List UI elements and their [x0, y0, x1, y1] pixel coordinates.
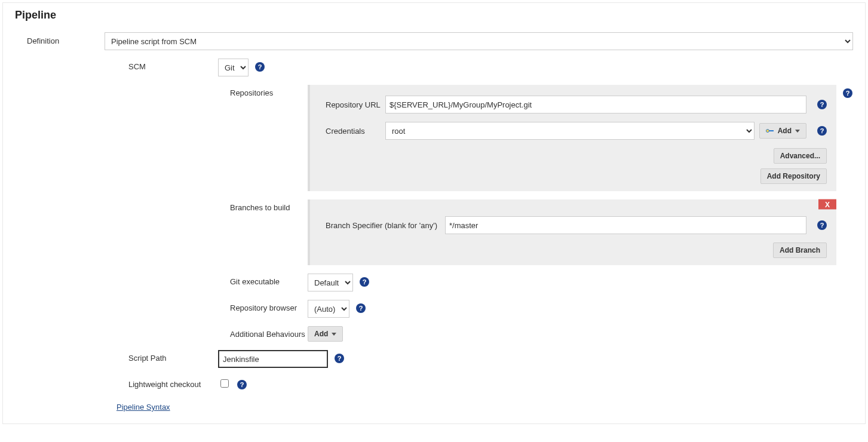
section-title: Pipeline	[15, 9, 853, 22]
branches-label: Branches to build	[218, 199, 308, 212]
chevron-down-icon	[795, 130, 800, 133]
help-icon[interactable]: ?	[237, 380, 247, 389]
scm-row: SCM Git ?	[116, 59, 853, 76]
repo-browser-select[interactable]: (Auto)	[308, 300, 349, 318]
git-exec-select[interactable]: Default	[308, 274, 353, 291]
script-path-label: Script Path	[116, 350, 218, 363]
add-behaviour-button[interactable]: Add	[308, 326, 343, 342]
script-path-input[interactable]	[218, 350, 328, 368]
add-credentials-button[interactable]: Add	[759, 123, 806, 139]
lightweight-label: Lightweight checkout	[116, 376, 218, 389]
git-exec-row: Git executable Default ?	[218, 274, 853, 291]
additional-behaviours-label: Additional Behaviours	[218, 326, 308, 339]
branch-block: X Branch Specifier (blank for 'any') ? A…	[308, 199, 836, 265]
git-exec-label: Git executable	[218, 274, 308, 286]
help-icon[interactable]: ?	[356, 303, 366, 313]
repositories-row: Repositories Repository URL ? Credential…	[218, 85, 853, 191]
additional-behaviours-row: Additional Behaviours Add	[218, 326, 853, 342]
repo-url-label: Repository URL	[320, 100, 385, 109]
help-icon[interactable]: ?	[817, 220, 827, 230]
delete-branch-button[interactable]: X	[818, 199, 836, 210]
branch-specifier-input[interactable]	[445, 216, 806, 234]
advanced-button[interactable]: Advanced...	[774, 148, 827, 164]
pipeline-syntax-link[interactable]: Pipeline Syntax	[116, 403, 170, 412]
repo-url-input[interactable]	[385, 96, 806, 113]
help-icon[interactable]: ?	[255, 62, 265, 72]
help-icon[interactable]: ?	[817, 126, 827, 136]
key-icon	[766, 128, 774, 133]
credentials-label: Credentials	[320, 127, 385, 136]
scm-select[interactable]: Git	[218, 59, 249, 76]
scm-label: SCM	[116, 59, 218, 71]
branches-row: Branches to build X Branch Specifier (bl…	[218, 199, 853, 265]
definition-label: Definition	[15, 32, 105, 45]
chevron-down-icon	[332, 333, 336, 336]
repo-browser-row: Repository browser (Auto) ?	[218, 300, 853, 318]
help-icon[interactable]: ?	[817, 100, 827, 109]
repo-browser-label: Repository browser	[218, 300, 308, 312]
pipeline-config-panel: Pipeline Definition Pipeline script from…	[2, 2, 866, 424]
add-repository-button[interactable]: Add Repository	[760, 168, 827, 184]
credentials-select[interactable]: root	[385, 122, 754, 140]
help-icon[interactable]: ?	[360, 277, 369, 287]
lightweight-checkbox[interactable]	[220, 379, 229, 388]
help-icon[interactable]: ?	[843, 88, 852, 98]
add-branch-button[interactable]: Add Branch	[773, 243, 827, 258]
help-icon[interactable]: ?	[335, 354, 344, 363]
branch-specifier-label: Branch Specifier (blank for 'any')	[320, 221, 445, 230]
lightweight-row: Lightweight checkout ?	[116, 376, 853, 389]
definition-row: Definition Pipeline script from SCM	[15, 32, 853, 50]
repository-block: Repository URL ? Credentials root	[308, 85, 836, 191]
repositories-label: Repositories	[218, 85, 308, 97]
definition-select[interactable]: Pipeline script from SCM	[105, 32, 853, 50]
script-path-row: Script Path ?	[116, 350, 853, 368]
